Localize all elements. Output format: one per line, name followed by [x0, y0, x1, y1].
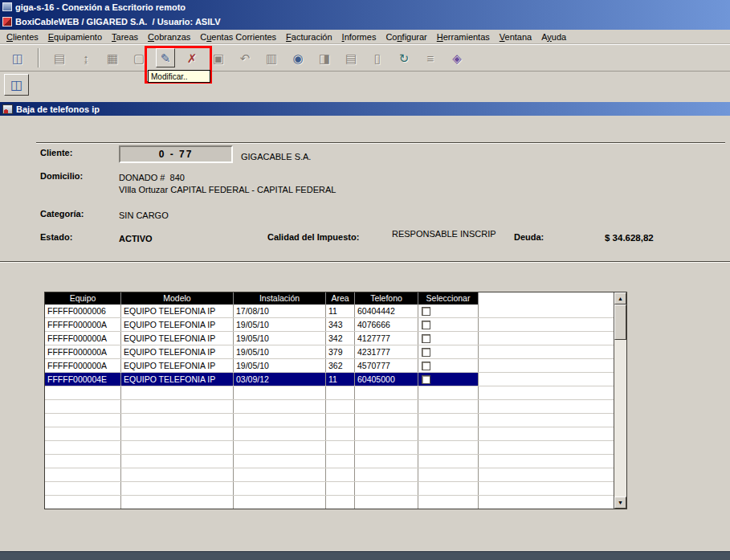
cell-area: [326, 468, 355, 481]
cell-modelo: [121, 400, 234, 413]
modificar-tooltip: Modificar..: [148, 70, 210, 83]
empty-row: [45, 455, 614, 468]
cell-instalacion: 17/08/10: [234, 305, 326, 317]
help-button[interactable]: ◈: [447, 48, 467, 67]
grid-body: FFFFF0000006EQUIPO TELEFONIA IP17/08/101…: [45, 305, 614, 509]
table-row[interactable]: FFFFF000004EEQUIPO TELEFONIA IP03/09/121…: [45, 373, 614, 386]
menu-item-cuentas-corrientes[interactable]: Cuentas Corrientes: [195, 31, 281, 43]
grid-area: EquipoModeloInstalaciónAreaTelefonoSelec…: [45, 292, 614, 509]
cell-modelo: EQUIPO TELEFONIA IP: [121, 373, 234, 386]
seleccionar-checkbox[interactable]: [422, 307, 430, 316]
scrollbar-thumb[interactable]: [614, 305, 626, 340]
form-tab[interactable]: ◫: [4, 74, 29, 96]
equipos-table: EquipoModeloInstalaciónAreaTelefonoSelec…: [44, 292, 627, 509]
cliente-label: Cliente:: [40, 148, 72, 157]
form-body: Cliente: 0 - 77 GIGACABLE S.A. Domicilio…: [0, 116, 730, 551]
rdp-window-icon[interactable]: [2, 2, 12, 11]
vertical-scrollbar[interactable]: ▲ ▼: [614, 292, 626, 509]
tabstrip: ◫: [0, 71, 730, 97]
insert-icon: ▣: [213, 52, 224, 64]
grid-button[interactable]: ▦: [103, 48, 122, 67]
row-filler: [479, 373, 614, 386]
table-row[interactable]: FFFFF000000AEQUIPO TELEFONIA IP19/05/103…: [45, 332, 614, 345]
search-icon: ◉: [292, 52, 303, 64]
cell-instalacion: [234, 482, 326, 495]
cell-area: [326, 414, 355, 427]
menu-item-ventana[interactable]: Ventana: [495, 31, 536, 43]
save-button[interactable]: ▥: [262, 48, 281, 67]
cell-instalacion: [234, 400, 326, 413]
seleccionar-checkbox[interactable]: [422, 348, 430, 357]
cell-seleccionar: [418, 455, 479, 468]
cell-telefono: 60404442: [355, 305, 418, 317]
column-header-telefono: Telefono: [355, 292, 418, 305]
cell-instalacion: 03/09/12: [234, 373, 326, 386]
scrollbar-down-button[interactable]: ▼: [614, 497, 626, 509]
print-setup-button[interactable]: ▤: [50, 48, 69, 67]
cell-telefono: 4231777: [355, 345, 418, 358]
levels-button[interactable]: ≡: [421, 48, 440, 67]
cell-equipo: [45, 386, 121, 399]
cell-seleccionar: [418, 482, 479, 495]
cell-equipo: FFFFF000004E: [45, 373, 121, 386]
menu-item-herramientas[interactable]: Herramientas: [432, 31, 495, 43]
cell-modelo: EQUIPO TELEFONIA IP: [121, 305, 234, 317]
menu-item-cobranzas[interactable]: Cobranzas: [143, 31, 195, 43]
menu-item-configurar[interactable]: Configurar: [381, 31, 431, 43]
cell-equipo: [45, 482, 121, 495]
cell-equipo: FFFFF000000A: [45, 332, 121, 345]
cell-seleccionar: [418, 305, 479, 317]
table-row[interactable]: FFFFF0000006EQUIPO TELEFONIA IP17/08/101…: [45, 305, 614, 318]
row-filler: [479, 414, 614, 427]
app-title: BoxiCableWEB / GIGARED S.A. / Usuario: A…: [15, 17, 220, 27]
app-icon[interactable]: [2, 17, 12, 27]
window-view-button[interactable]: ◫: [8, 48, 27, 67]
refresh-button[interactable]: ↻: [394, 48, 414, 67]
rdp-title: giga-s-16 - Conexión a Escritorio remoto: [15, 2, 186, 12]
cell-telefono: [355, 468, 418, 481]
table-row[interactable]: FFFFF000000AEQUIPO TELEFONIA IP19/05/103…: [45, 318, 614, 332]
table-row[interactable]: FFFFF000000AEQUIPO TELEFONIA IP19/05/103…: [45, 345, 614, 359]
empty-row: [45, 482, 614, 496]
toolbar-buttons: ◫▤↨▦▢✎✗▣↶▥◉◨▤▯↻≡◈: [0, 45, 730, 71]
row-filler: [479, 400, 614, 413]
levels-icon: ≡: [427, 52, 434, 64]
undo-button[interactable]: ↶: [235, 48, 255, 67]
menu-item-informes[interactable]: Informes: [337, 31, 381, 43]
document-button[interactable]: ▯: [368, 48, 387, 67]
cell-modelo: EQUIPO TELEFONIA IP: [121, 359, 234, 372]
cell-equipo: [45, 468, 121, 481]
row-filler: [479, 345, 614, 358]
cell-area: [326, 455, 355, 468]
cliente-numero-field[interactable]: 0 - 77: [119, 145, 233, 163]
row-filler: [479, 359, 614, 372]
cell-area: 342: [326, 332, 355, 345]
cell-modelo: [121, 427, 234, 440]
preview-button[interactable]: ◨: [315, 48, 334, 67]
scrollbar-up-button[interactable]: ▲: [614, 292, 626, 305]
seleccionar-checkbox[interactable]: [422, 375, 430, 384]
cell-instalacion: [234, 455, 326, 468]
cell-area: [326, 441, 355, 454]
column-header-instalacio-n: Instalación: [234, 292, 326, 305]
row-filler: [479, 386, 614, 399]
help-icon: ◈: [452, 52, 462, 64]
seleccionar-checkbox[interactable]: [422, 334, 430, 343]
menu-item-facturacio-n[interactable]: Facturación: [281, 31, 337, 43]
menu-item-clientes[interactable]: Clientes: [2, 31, 43, 43]
print-button[interactable]: ▤: [341, 48, 361, 67]
menu-item-equipamiento[interactable]: Equipamiento: [43, 31, 107, 43]
form-window-icon[interactable]: [2, 104, 13, 114]
seleccionar-checkbox[interactable]: [422, 321, 430, 329]
form-tab-icon: ◫: [10, 79, 22, 92]
empty-row: [45, 386, 614, 400]
cell-seleccionar: [418, 400, 479, 413]
key-button[interactable]: ↨: [76, 48, 96, 67]
search-button[interactable]: ◉: [288, 48, 308, 67]
seleccionar-checkbox[interactable]: [422, 362, 430, 370]
menu-item-ayuda[interactable]: Ayuda: [536, 31, 571, 43]
menu-item-tareas[interactable]: Tareas: [107, 31, 143, 43]
cell-modelo: [121, 482, 234, 495]
table-row[interactable]: FFFFF000000AEQUIPO TELEFONIA IP19/05/103…: [45, 359, 614, 373]
cell-equipo: [45, 400, 121, 413]
